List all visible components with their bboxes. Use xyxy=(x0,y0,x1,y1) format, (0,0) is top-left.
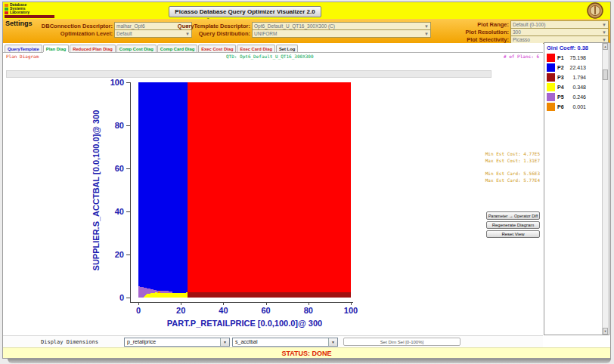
chevron-down-icon: ▼ xyxy=(602,30,606,35)
app-title: Picasso Database Query Optimizer Visuali… xyxy=(169,6,321,17)
top-banner: Database Systems Laboratory Picasso Data… xyxy=(3,2,610,19)
iisc-emblem-icon xyxy=(586,2,604,19)
reset-view-button[interactable]: Reset View xyxy=(486,230,540,238)
tab-plan-diag[interactable]: Plan Diag xyxy=(43,45,69,52)
x-tick-mark xyxy=(138,302,139,305)
chevron-down-icon: ▼ xyxy=(602,38,606,42)
tab-querytemplate[interactable]: QueryTemplate xyxy=(5,45,42,52)
dimension-2-select[interactable]: s_acctbal▼ xyxy=(232,338,338,347)
plan-name: P4 xyxy=(557,85,564,90)
plan-color-swatch xyxy=(547,103,555,111)
x-tick-mark xyxy=(223,302,224,305)
x-tick-label: 0 xyxy=(136,306,141,315)
tab-set-log[interactable]: Set Log xyxy=(276,45,298,52)
scroll-down-icon[interactable]: ▼ xyxy=(603,328,608,335)
tab-comp-cost-diag[interactable]: Comp Cost Diag xyxy=(116,45,157,52)
plan-percentage: 0.348 xyxy=(564,85,586,90)
num-plans-label: # of Plans: 6 xyxy=(504,54,539,59)
plan-name: P3 xyxy=(557,75,564,80)
scroll-up-icon[interactable]: ▲ xyxy=(603,43,608,50)
query-template-label: QueryTemplate Descriptor: xyxy=(116,23,250,29)
plan-region-p6[interactable] xyxy=(158,292,160,293)
plan-name: P6 xyxy=(557,104,564,110)
tab-exec-card-diag[interactable]: Exec Card Diag xyxy=(237,45,275,52)
min-est-card: Min Est Card: 5.56E3 xyxy=(485,170,540,177)
app-window: Database Systems Laboratory Picasso Data… xyxy=(0,0,614,364)
plan-diagram-svg[interactable] xyxy=(138,82,351,298)
y-axis-line xyxy=(130,82,131,303)
plan-region-p3[interactable] xyxy=(188,292,351,298)
x-tick-label: 40 xyxy=(219,306,228,315)
x-tick-mark xyxy=(351,302,352,305)
dsl-logo: Database Systems Laboratory xyxy=(5,3,80,18)
set-dim-sel-button[interactable]: Set Dim Sel [0-100%] xyxy=(343,338,460,346)
legend-row-p6[interactable]: P60.001 xyxy=(544,102,602,112)
plan-color-swatch xyxy=(547,73,555,82)
plan-name: P1 xyxy=(557,55,564,60)
estimate-stats: Min Est Cost: 4.77E5 Max Est Cost: 1.31E… xyxy=(485,150,540,184)
x-tick-mark xyxy=(266,302,267,305)
legend-row-p4[interactable]: P40.348 xyxy=(544,82,602,92)
query-distribution-label: Query Distribution: xyxy=(116,30,250,37)
legend-row-p3[interactable]: P31.794 xyxy=(544,72,602,82)
qtd-label: QTD: Opt6_Default_U_QT16_300X300 xyxy=(226,54,314,59)
plan-name: P5 xyxy=(557,94,564,100)
min-est-cost: Min Est Cost: 4.77E5 xyxy=(485,150,540,157)
app-frame: Database Systems Laboratory Picasso Data… xyxy=(2,2,611,359)
plan-color-swatch xyxy=(547,93,555,101)
plan-region-p1[interactable] xyxy=(188,82,351,298)
settings-panel: Settings DBConnection Descriptor: malhar… xyxy=(3,19,610,43)
max-est-card: Max Est Card: 5.77E4 xyxy=(485,177,540,184)
db-connection-label: DBConnection Descriptor: xyxy=(3,23,113,29)
scrollbar-thumb[interactable] xyxy=(603,69,608,80)
chevron-down-icon: ▼ xyxy=(220,338,229,346)
plan-region-p2[interactable] xyxy=(138,82,188,298)
plan-color-swatch xyxy=(547,83,555,91)
plan-percentage: 0.246 xyxy=(564,94,586,100)
x-axis-title: PART.P_RETAILPRICE [0.0,100.0]@ 300 xyxy=(138,319,351,328)
dimension-controls-bar: Display Dimensions p_retailprice▼ s_acct… xyxy=(3,335,543,348)
y-tick-label: 40 xyxy=(115,207,124,216)
y-axis-title: SUPPLIER.S_ACCTBAL [0.0,100.0]@ 300 xyxy=(91,82,101,298)
tab-bar: QueryTemplatePlan DiagReduced Plan DiagC… xyxy=(3,43,543,53)
tab-exec-cost-diag[interactable]: Exec Cost Diag xyxy=(198,45,236,52)
y-tick-label: 20 xyxy=(115,250,124,259)
legend-row-p5[interactable]: P50.246 xyxy=(544,92,602,102)
plan-color-swatch xyxy=(547,54,555,62)
plot-range-label: Plot Range: xyxy=(396,21,509,28)
max-est-cost: Max Est Cost: 1.31E7 xyxy=(485,157,540,164)
chevron-down-icon: ▼ xyxy=(602,23,606,27)
legend-row-p2[interactable]: P222.413 xyxy=(544,63,602,72)
legend-scrollbar[interactable]: ▲ ▼ xyxy=(602,43,609,335)
gini-coeff-label: Gini Coeff: 0.38 xyxy=(547,45,588,51)
dsl-logo-mark-orange xyxy=(5,4,8,7)
tab-comp-card-diag[interactable]: Comp Card Diag xyxy=(157,45,197,52)
plan-diagram-plot[interactable] xyxy=(138,82,351,298)
status-text: STATUS: DONE xyxy=(281,350,331,357)
regenerate-diagram-button[interactable]: Regenerate Diagram xyxy=(486,221,540,229)
plot-resolution-label: Plot Resolution: xyxy=(396,29,509,35)
y-tick-label: 80 xyxy=(115,121,124,130)
dsl-logo-line: Laboratory xyxy=(10,11,29,14)
x-tick-label: 80 xyxy=(304,306,313,315)
y-axis-ticks: 020406080100 xyxy=(101,82,130,298)
legend-panel: Gini Coeff: 0.38 P175.198P222.413P31.794… xyxy=(544,42,609,335)
dsl-logo-mark-green xyxy=(5,8,8,11)
plan-name: P2 xyxy=(557,65,564,70)
y-tick-label: 60 xyxy=(115,164,124,173)
x-tick-mark xyxy=(309,302,309,305)
tab-reduced-plan-diag[interactable]: Reduced Plan Diag xyxy=(70,45,116,52)
parameter-operator-diff-button[interactable]: Parameter → Operator Diff xyxy=(486,211,540,220)
x-tick-label: 20 xyxy=(176,306,185,315)
x-tick-label: 100 xyxy=(344,306,358,315)
x-tick-mark xyxy=(181,302,181,305)
plot-selectivity-label: Plot Selectivity: xyxy=(396,36,509,43)
plan-percentage: 1.794 xyxy=(564,75,586,80)
y-tick-label: 0 xyxy=(119,293,124,302)
dsl-logo-mark-red xyxy=(5,11,8,14)
plot-panel-header-strip xyxy=(6,70,492,78)
window-shadow xyxy=(8,359,611,363)
plan-percentage: 75.198 xyxy=(564,55,586,60)
legend-row-p1[interactable]: P175.198 xyxy=(544,53,602,63)
dimension-1-select[interactable]: p_retailprice▼ xyxy=(124,338,230,347)
